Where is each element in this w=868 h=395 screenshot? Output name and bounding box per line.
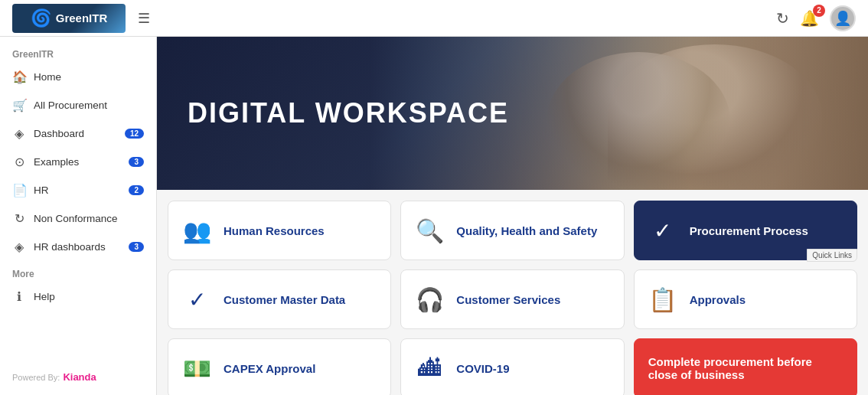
non-conformance-icon: ↻ [12,211,26,226]
examples-badge: 3 [129,157,144,167]
hr-icon: 📄 [12,183,26,198]
sidebar-item-hr[interactable]: 📄 HR 2 [0,176,156,204]
capex-icon: 💵 [181,355,213,382]
tile-procurement-wrapper: ✓ Procurement Process Quick Links [634,201,857,260]
powered-by-text: Powered By: [12,373,60,382]
sidebar-item-dashboard[interactable]: ◈ Dashboard 12 [0,119,156,148]
sidebar-item-examples[interactable]: ⊙ Examples 3 [0,148,156,176]
hr-badge: 2 [129,185,144,195]
tile-customer-services[interactable]: 🎧 Customer Services [400,269,624,329]
tiles-grid: 👥 Human Resources 🔍 Quality, Health and … [157,190,868,395]
logo[interactable]: 🌀 GreenITR [12,4,126,33]
tile-label-procurement: Procurement Process [690,224,808,237]
covid-icon: 🏙 [413,355,445,381]
quality-icon: 🔍 [413,217,445,244]
sidebar-label-all-procurement: All Procurement [34,100,144,111]
tile-covid-19[interactable]: 🏙 COVID-19 [400,338,624,395]
sidebar-label-home: Home [34,71,144,83]
sidebar-more-label: More [0,261,156,282]
banner: DIGITAL WORKSPACE [157,37,868,190]
header-right: ↻ 🔔 2 👤 [776,5,856,31]
logo-text: GreenITR [56,11,108,24]
quick-links-badge: Quick Links [807,249,857,262]
avatar-icon: 👤 [834,10,851,27]
logo-icon: 🌀 [31,8,51,28]
sidebar-item-all-procurement[interactable]: 🛒 All Procurement [0,91,156,119]
sidebar-label-hr: HR [34,184,121,196]
sidebar-item-non-conformance[interactable]: ↻ Non Conformance [0,204,156,233]
sidebar-item-home[interactable]: 🏠 Home [0,63,156,91]
sidebar-label-help: Help [34,291,144,302]
customer-services-icon: 🎧 [413,286,445,313]
main-layout: GreenITR 🏠 Home 🛒 All Procurement ◈ Dash… [0,37,868,395]
tile-label-capex: CAPEX Approval [224,362,315,375]
tile-human-resources[interactable]: 👥 Human Resources [168,201,391,260]
refresh-button[interactable]: ↻ [776,9,789,28]
tile-label-customer-services: Customer Services [456,293,560,306]
tile-label-alert: Complete procurement before close of bus… [648,355,843,381]
tile-procurement-alert[interactable]: Complete procurement before close of bus… [634,338,857,395]
tile-quality-health-safety[interactable]: 🔍 Quality, Health and Safety [400,201,624,260]
content-area: DIGITAL WORKSPACE 👥 Human Resources 🔍 Qu… [157,37,868,395]
sidebar-footer: Powered By: Kianda [0,365,156,389]
tile-label-quality: Quality, Health and Safety [456,224,597,237]
dashboard-icon: ◈ [12,126,26,141]
header-left: 🌀 GreenITR ☰ [12,4,150,33]
human-resources-icon: 👥 [181,217,213,244]
cart-icon: 🛒 [12,98,26,113]
sidebar-label-examples: Examples [34,156,121,168]
tile-label-approvals: Approvals [690,293,746,306]
notification-badge: 2 [813,5,825,17]
kianda-logo: Kianda [63,371,96,383]
hamburger-menu[interactable]: ☰ [138,10,150,27]
banner-title: DIGITAL WORKSPACE [188,97,509,129]
home-icon: 🏠 [12,70,26,84]
notification-bell[interactable]: 🔔 2 [800,9,819,28]
app-header: 🌀 GreenITR ☰ ↻ 🔔 2 👤 [0,0,868,37]
tile-label-covid: COVID-19 [456,362,509,375]
tile-label-customer-master: Customer Master Data [224,293,345,306]
refresh-icon: ↻ [776,10,789,27]
sidebar-item-hr-dashboards[interactable]: ◈ HR dashboards 3 [0,233,156,261]
tile-label-human-resources: Human Resources [224,224,325,237]
tile-capex-approval[interactable]: 💵 CAPEX Approval [168,338,391,395]
tile-approvals[interactable]: 📋 Approvals [634,269,857,329]
sidebar-label-non-conformance: Non Conformance [34,213,144,224]
approvals-icon: 📋 [647,286,679,313]
customer-master-icon: ✓ [181,287,213,312]
examples-icon: ⊙ [12,155,26,169]
sidebar-item-help[interactable]: ℹ Help [0,282,156,311]
tile-customer-master-data[interactable]: ✓ Customer Master Data [168,269,391,329]
sidebar-label-hr-dashboards: HR dashboards [34,241,121,253]
sidebar: GreenITR 🏠 Home 🛒 All Procurement ◈ Dash… [0,37,157,395]
dashboard-badge: 12 [125,129,144,139]
user-avatar[interactable]: 👤 [830,5,856,31]
sidebar-company-name: GreenITR [0,43,156,63]
sidebar-label-dashboard: Dashboard [34,128,117,139]
hr-dashboards-badge: 3 [129,242,144,252]
help-icon: ℹ [12,289,26,304]
procurement-check-icon: ✓ [647,218,679,243]
hr-dashboards-icon: ◈ [12,240,26,254]
